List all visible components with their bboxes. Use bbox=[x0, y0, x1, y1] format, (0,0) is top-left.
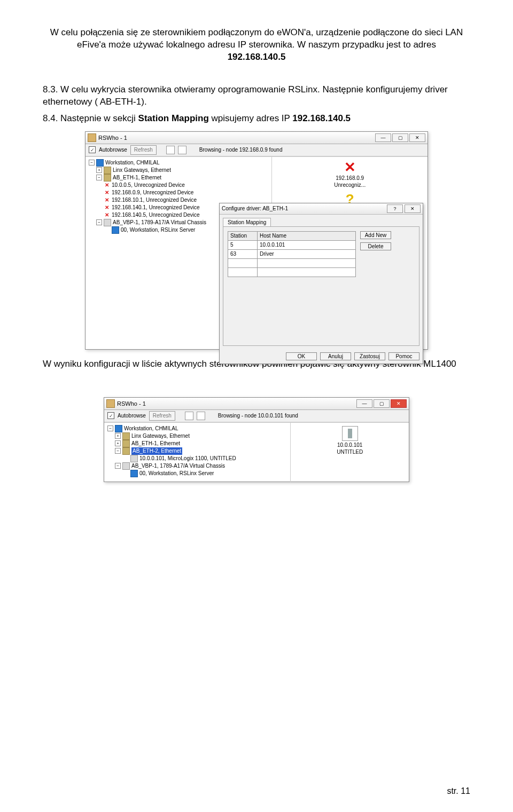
error-x-icon: ✕ bbox=[104, 204, 110, 211]
cell-hostname[interactable]: 10.0.0.101 bbox=[258, 240, 356, 249]
device-icon bbox=[130, 455, 138, 462]
chassis-icon bbox=[104, 219, 111, 226]
workstation-icon bbox=[115, 425, 122, 432]
browsing-status: Browsing - node 10.0.0.101 found bbox=[218, 413, 298, 419]
col-hostname: Host Name bbox=[258, 231, 356, 240]
tree-abvbp[interactable]: AB_VBP-1, 1789-A17/A Virtual Chassis bbox=[113, 219, 206, 226]
expander-icon[interactable]: − bbox=[107, 425, 113, 431]
preview-label: Unrecogniz... bbox=[334, 182, 366, 188]
configure-driver-dialog[interactable]: Configure driver: AB_ETH-1 ? ✕ Station M… bbox=[219, 203, 423, 364]
tree-pane[interactable]: − Workstation, CHMILAL + Linx Gateways, … bbox=[104, 423, 291, 483]
step-8-3: 8.3. W celu wykrycia sterownika otwieram… bbox=[43, 84, 470, 108]
expander-icon[interactable]: − bbox=[89, 160, 95, 165]
app-icon bbox=[106, 399, 115, 408]
refresh-button[interactable]: Refresh bbox=[130, 145, 157, 155]
toolbar-icon-1[interactable] bbox=[185, 412, 193, 420]
autobrowse-checkbox[interactable]: ✓ bbox=[107, 412, 114, 419]
col-station: Station bbox=[228, 231, 258, 240]
expander-icon[interactable]: + bbox=[96, 167, 102, 173]
preview-ip: 192.168.0.9 bbox=[336, 175, 364, 181]
dialog-title: Configure driver: AB_ETH-1 bbox=[222, 206, 288, 211]
tree-device[interactable]: 10.0.0.5, Unrecognized Device bbox=[112, 182, 185, 189]
dialog-close-button[interactable]: ✕ bbox=[405, 204, 421, 213]
preview-label: UNTITLED bbox=[337, 449, 363, 455]
minimize-button[interactable]: — bbox=[356, 399, 372, 408]
toolbar-icon-2[interactable] bbox=[178, 146, 186, 154]
close-button[interactable]: ✕ bbox=[391, 399, 407, 408]
close-button[interactable]: ✕ bbox=[409, 133, 425, 142]
error-x-icon: ✕ bbox=[104, 211, 110, 219]
gateway-icon bbox=[104, 167, 111, 174]
workstation-icon bbox=[130, 470, 138, 477]
intro-paragraph: W celu połączenia się ze sterownikiem po… bbox=[43, 27, 470, 64]
minimize-button[interactable]: — bbox=[375, 133, 391, 142]
autobrowse-label: Autobrowse bbox=[99, 147, 127, 153]
ok-button[interactable]: OK bbox=[286, 352, 317, 360]
maximize-button[interactable]: ▢ bbox=[392, 133, 408, 142]
workstation-icon bbox=[112, 226, 119, 234]
rswho-window-1: RSWho - 1 — ▢ ✕ ✓ Autobrowse Refresh Bro… bbox=[85, 131, 428, 350]
autobrowse-checkbox[interactable]: ✓ bbox=[89, 146, 96, 153]
station-mapping-tab[interactable]: Station Mapping bbox=[223, 218, 271, 226]
tree-linx[interactable]: Linx Gateways, Ethernet bbox=[131, 432, 190, 440]
gateway-icon bbox=[122, 432, 130, 440]
device-preview-icon bbox=[342, 426, 358, 441]
chassis-icon bbox=[122, 462, 130, 470]
tree-abeth2-selected[interactable]: AB_ETH-2, Ethernet bbox=[131, 447, 182, 455]
tree-abeth1[interactable]: AB_ETH-1, Ethernet bbox=[131, 440, 180, 447]
help-button[interactable]: Pomoc bbox=[388, 352, 419, 360]
tree-device[interactable]: 192.168.140.5, Unrecognized Device bbox=[112, 211, 200, 219]
page-number: str. 11 bbox=[447, 786, 470, 796]
add-new-button[interactable]: Add New bbox=[360, 231, 391, 239]
window-title: RSWho - 1 bbox=[117, 400, 146, 407]
tree-linx[interactable]: Linx Gateways, Ethernet bbox=[113, 167, 171, 174]
expander-icon[interactable]: − bbox=[115, 448, 121, 454]
ethernet-icon bbox=[122, 440, 130, 447]
toolbar: ✓ Autobrowse Refresh Browsing - node 192… bbox=[86, 144, 428, 156]
cell-station[interactable]: 63 bbox=[228, 249, 258, 258]
titlebar[interactable]: RSWho - 1 — ▢ ✕ bbox=[104, 398, 409, 410]
apply-button[interactable]: Zastosuj bbox=[354, 352, 385, 360]
ethernet-icon bbox=[122, 447, 130, 455]
preview-ip: 10.0.0.101 bbox=[337, 442, 362, 448]
expander-icon[interactable]: + bbox=[115, 440, 121, 446]
preview-pane: 10.0.0.101 UNTITLED bbox=[291, 423, 409, 482]
tree-device[interactable]: 10.0.0.101, MicroLogix 1100, UNTITLED bbox=[139, 455, 236, 462]
browsing-status: Browsing - node 192.168.0.9 found bbox=[199, 147, 283, 153]
maximize-button[interactable]: ▢ bbox=[374, 399, 390, 408]
ip-address: 192.168.140.5 bbox=[228, 52, 286, 62]
toolbar: ✓ Autobrowse Refresh Browsing - node 10.… bbox=[104, 410, 409, 422]
app-icon bbox=[88, 133, 96, 142]
error-x-icon: ✕ bbox=[104, 182, 110, 189]
tree-device[interactable]: 192.168.140.1, Unrecognized Device bbox=[112, 204, 200, 211]
step-8-4: 8.4. Następnie w sekcji Station Mapping … bbox=[43, 113, 470, 125]
cancel-button[interactable]: Anuluj bbox=[320, 352, 351, 360]
expander-icon[interactable]: − bbox=[115, 463, 121, 469]
cell-station[interactable]: 5 bbox=[228, 240, 258, 249]
tree-abeth[interactable]: AB_ETH-1, Ethernet bbox=[113, 174, 161, 182]
rswho-window-2: RSWho - 1 — ▢ ✕ ✓ Autobrowse Refresh Bro… bbox=[104, 397, 409, 482]
expander-icon[interactable]: − bbox=[96, 175, 102, 180]
cell-hostname[interactable]: Driver bbox=[258, 249, 356, 258]
toolbar-icon-2[interactable] bbox=[197, 412, 205, 420]
delete-button[interactable]: Delete bbox=[360, 242, 391, 250]
tree-root[interactable]: Workstation, CHMILAL bbox=[124, 425, 178, 432]
refresh-button[interactable]: Refresh bbox=[149, 411, 175, 421]
error-x-icon: ✕ bbox=[104, 196, 110, 204]
expander-icon[interactable]: + bbox=[115, 433, 121, 439]
station-mapping-table[interactable]: Station Host Name 5 10.0.0.101 63 Driver bbox=[228, 231, 356, 277]
error-x-icon: ✕ bbox=[344, 160, 356, 174]
dialog-help-button[interactable]: ? bbox=[387, 204, 403, 213]
tree-abvbp[interactable]: AB_VBP-1, 1789-A17/A Virtual Chassis bbox=[131, 462, 225, 470]
expander-icon[interactable]: − bbox=[96, 219, 102, 225]
error-x-icon: ✕ bbox=[104, 189, 110, 196]
tree-root[interactable]: Workstation, CHMILAL bbox=[105, 159, 160, 167]
titlebar[interactable]: RSWho - 1 — ▢ ✕ bbox=[86, 132, 428, 144]
tree-ws00[interactable]: 00, Workstation, RSLinx Server bbox=[121, 226, 195, 234]
tree-device[interactable]: 192.168.10.1, Unrecognized Device bbox=[112, 196, 197, 204]
ethernet-icon bbox=[104, 174, 111, 182]
tree-ws00[interactable]: 00, Workstation, RSLinx Server bbox=[139, 470, 214, 477]
tree-device[interactable]: 192.168.0.9, Unrecognized Device bbox=[112, 189, 193, 196]
autobrowse-label: Autobrowse bbox=[118, 413, 146, 419]
toolbar-icon-1[interactable] bbox=[166, 146, 175, 154]
